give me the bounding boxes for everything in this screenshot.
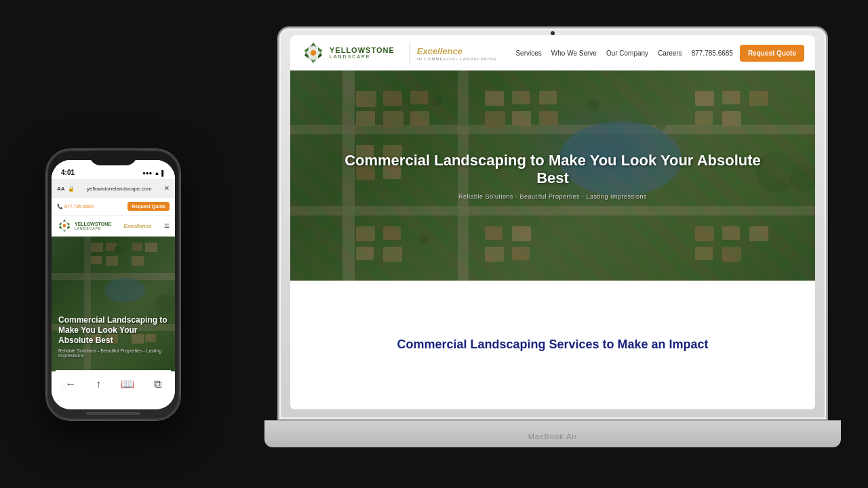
phone-back-icon[interactable]: ← <box>65 378 76 390</box>
phone-notch <box>90 150 137 165</box>
phone-close-btn[interactable]: ✕ <box>164 185 170 192</box>
hero-content: Commercial Landscaping to Make You Look … <box>330 152 776 200</box>
phone-home-indicator <box>86 412 140 415</box>
phone: 4:01 ●●● ▲ ▌ AA 🔒 yellowstonelandscape.c… <box>46 149 180 420</box>
scene: YELLOWSTONE LANDSCAPE Excellence IN COMM… <box>0 0 868 488</box>
nav-phone-number: 877.785.6685 <box>692 49 733 57</box>
phone-hamburger-icon[interactable]: ≡ <box>164 221 170 230</box>
nav-link-services[interactable]: Services <box>515 49 541 57</box>
phone-hero: Commercial Landscaping to Make You Look … <box>52 236 175 371</box>
phone-excellence-text: Excellence <box>123 223 151 229</box>
phone-quote-button[interactable]: Request Quote <box>127 202 170 211</box>
logo-yellowstone-text: YELLOWSTONE <box>330 46 395 54</box>
laptop-screen-bezel: YELLOWSTONE LANDSCAPE Excellence IN COMM… <box>290 35 815 409</box>
phone-hero-content: Commercial Landscaping to Make You Look … <box>58 315 168 358</box>
excellence-text: Excellence <box>417 46 462 56</box>
phone-number-text: 877.785.6685 <box>64 204 94 209</box>
phone-lock-icon: 🔒 <box>68 186 75 192</box>
phone-time: 4:01 <box>61 169 75 176</box>
site-hero: Commercial Landscaping to Make You Look … <box>290 70 815 281</box>
laptop-model-label: MacBook Air <box>528 432 578 441</box>
nav-excellence: Excellence IN COMMERCIAL LANDSCAPING <box>417 45 497 61</box>
svg-point-51 <box>63 224 66 228</box>
nav-logo: YELLOWSTONE LANDSCAPE <box>301 41 395 65</box>
phone-tabs-icon[interactable]: ⧉ <box>154 378 161 390</box>
nav-links: Services Who We Serve Our Company Career… <box>515 49 682 57</box>
wifi-icon: ▲ <box>154 170 159 176</box>
nav-divider <box>410 42 410 64</box>
laptop: YELLOWSTONE LANDSCAPE Excellence IN COMM… <box>278 27 827 447</box>
phone-logo-icon <box>57 218 72 233</box>
phone-share-icon[interactable]: ↑ <box>96 378 101 390</box>
signal-icon: ●●● <box>142 170 153 176</box>
phone-hero-background: Commercial Landscaping to Make You Look … <box>52 236 175 371</box>
hero-subtitle: Reliable Solutions - Beautiful Propertie… <box>330 192 776 199</box>
logo-text: YELLOWSTONE LANDSCAPE <box>330 46 395 60</box>
phone-site-header: 📞 877.785.6685 Request Quote <box>52 198 175 215</box>
phone-hero-subtitle: Reliable Solutions - Beautiful Propertie… <box>58 348 168 358</box>
phone-bottom-nav: ← ↑ 📖 ⧉ <box>56 370 171 397</box>
logo-landscape-text: LANDSCAPE <box>330 54 395 60</box>
laptop-body: YELLOWSTONE LANDSCAPE Excellence IN COMM… <box>278 27 827 420</box>
site-nav: YELLOWSTONE LANDSCAPE Excellence IN COMM… <box>290 35 815 70</box>
phone-address-bar: AA 🔒 yellowstonelandscape.com ✕ <box>52 179 175 198</box>
phone-site-phone: 📞 877.785.6685 <box>57 204 94 209</box>
phone-logo-area: YELLOWSTONE LANDSCAPE <box>57 218 111 233</box>
section-title: Commercial Landscaping Services to Make … <box>397 337 708 352</box>
phone-body: 4:01 ●●● ▲ ▌ AA 🔒 yellowstonelandscape.c… <box>46 149 180 420</box>
laptop-base: MacBook Air <box>264 420 841 447</box>
logo-leaf-icon <box>301 41 326 65</box>
phone-status-icons: ●●● ▲ ▌ <box>142 170 165 176</box>
excellence-sub-text: IN COMMERCIAL LANDSCAPING <box>417 57 497 61</box>
phone-landscape-text: LANDSCAPE <box>75 226 111 230</box>
phone-yellowstone-text: YELLOWSTONE <box>75 222 111 226</box>
site-section: Commercial Landscaping Services to Make … <box>290 281 815 409</box>
phone-logo-text-group: YELLOWSTONE LANDSCAPE <box>75 222 111 230</box>
phone-screen: 4:01 ●●● ▲ ▌ AA 🔒 yellowstonelandscape.c… <box>52 160 175 409</box>
nav-link-who-we-serve[interactable]: Who We Serve <box>551 49 597 57</box>
phone-logo-bar: YELLOWSTONE LANDSCAPE Excellence ≡ <box>52 216 175 237</box>
phone-url: yellowstonelandscape.com <box>77 186 161 192</box>
phone-hero-title: Commercial Landscaping to Make You Look … <box>58 315 168 346</box>
phone-bookmarks-icon[interactable]: 📖 <box>121 378 134 390</box>
laptop-website: YELLOWSTONE LANDSCAPE Excellence IN COMM… <box>290 35 815 409</box>
hero-background: Commercial Landscaping to Make You Look … <box>290 70 815 281</box>
battery-icon: ▌ <box>161 170 165 176</box>
phone-aa-label: AA <box>57 186 65 192</box>
svg-point-1 <box>311 50 316 56</box>
nav-link-careers[interactable]: Careers <box>658 49 682 57</box>
nav-quote-button[interactable]: Request Quote <box>740 45 804 62</box>
hero-title: Commercial Landscaping to Make You Look … <box>330 152 776 188</box>
nav-link-our-company[interactable]: Our Company <box>606 49 648 57</box>
